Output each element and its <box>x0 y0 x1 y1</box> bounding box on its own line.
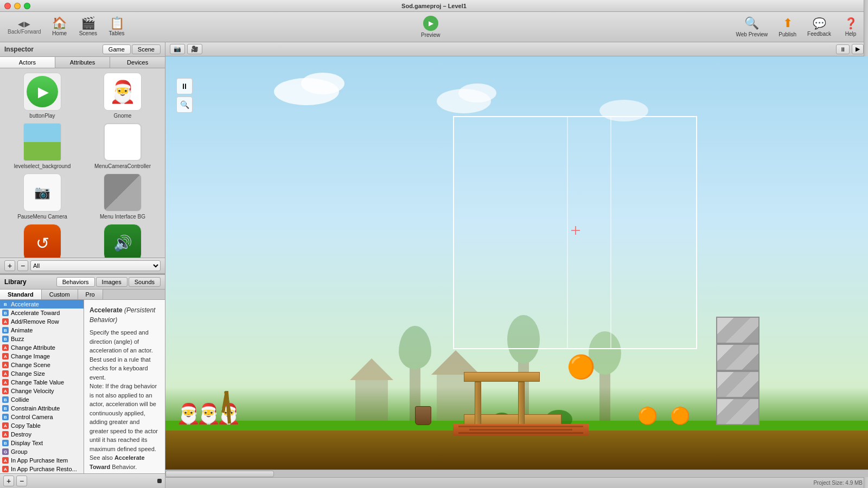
scene-view: 📷 🎥 ⏸ ▶ <box>165 42 868 488</box>
add-actor-button[interactable]: + <box>4 260 15 271</box>
scrollbar-thumb[interactable] <box>165 471 274 477</box>
actor-item-menucamera[interactable]: MenuCameraController <box>85 123 161 169</box>
tab-behaviors[interactable]: Behaviors <box>56 277 95 287</box>
behavior-label-control_camera: Control Camera <box>11 414 53 420</box>
tab-custom[interactable]: Custom <box>42 290 78 299</box>
back-forward-button[interactable]: ◀ ▶ Back/Forward <box>4 17 44 37</box>
enemy-1: 🟠 <box>637 406 658 425</box>
behavior-item-animate[interactable]: BAnimate <box>0 326 84 335</box>
sound-icon: 🔊 <box>113 234 132 252</box>
scene-camera-button[interactable]: 📷 <box>170 44 185 54</box>
behavior-item-copy_table[interactable]: ACopy Table <box>0 421 84 430</box>
remove-actor-button[interactable]: − <box>17 260 28 271</box>
behavior-item-accelerate[interactable]: BAccelerate <box>0 300 84 309</box>
behavior-label-change_image: Change Image <box>11 353 50 359</box>
behavior-item-change_attribute[interactable]: AChange Attribute <box>0 343 84 352</box>
close-button[interactable] <box>4 3 11 9</box>
actor-thumb-menuinterfacebg <box>104 174 142 211</box>
maximize-button[interactable] <box>24 3 30 9</box>
inspector-tabs: Game Scene <box>103 44 161 54</box>
actor-item-levelselect[interactable]: levelselect_background <box>4 123 80 169</box>
tab-images[interactable]: Images <box>96 277 127 287</box>
behavior-item-in_app_purchase_item[interactable]: AIn App Purchase Item <box>0 456 84 465</box>
preview-play-icon <box>423 16 438 31</box>
scene-video-button[interactable]: 🎥 <box>187 44 202 54</box>
minimize-button[interactable] <box>14 3 21 9</box>
home-label: Home <box>52 30 67 36</box>
behavior-label-in_app_purchase_resto: In App Purchase Resto... <box>11 466 77 472</box>
behavior-badge-in_app_purchase_resto: A <box>2 466 9 472</box>
behavior-badge-change_velocity: A <box>2 388 9 394</box>
feedback-icon: 💬 <box>813 17 826 30</box>
actor-item-pausemenu[interactable]: 📷 PauseMenu Camera <box>4 174 80 220</box>
behavior-badge-collide: B <box>2 396 9 403</box>
tables-button[interactable]: 📋 Tables <box>104 15 130 38</box>
actor-item-buttonplay[interactable]: buttonPlay <box>4 73 80 119</box>
actor-item-gnome[interactable]: 🎅 Gnome <box>85 73 161 119</box>
behavior-badge-display_text: B <box>2 440 9 446</box>
behavior-badge-add_remove_row: A <box>2 318 9 325</box>
behavior-item-buzz[interactable]: BBuzz <box>0 335 84 343</box>
help-button[interactable]: ❓ Help <box>838 15 864 39</box>
behavior-item-change_scene[interactable]: AChange Scene <box>0 361 84 369</box>
behavior-item-change_image[interactable]: AChange Image <box>0 352 84 361</box>
scene-toolbar: 📷 🎥 ⏸ ▶ <box>165 42 868 56</box>
behavior-item-in_app_purchase_resto[interactable]: AIn App Purchase Resto... <box>0 465 84 473</box>
actor-item-menureplay[interactable]: ↺ menuReplay <box>4 224 80 258</box>
behavior-label-destroy: Destroy <box>11 431 31 438</box>
home-button[interactable]: 🏠 Home <box>47 15 73 38</box>
preview-label: Preview <box>421 32 441 38</box>
actor-thumb-menusound: 🔊 <box>104 224 142 258</box>
scenes-label: Scenes <box>79 30 97 36</box>
camera-icon: 📷 <box>34 185 50 200</box>
remove-behavior-button[interactable]: − <box>16 476 27 486</box>
behavior-label-change_table_value: Change Table Value <box>11 379 64 386</box>
filter-select[interactable]: All <box>30 260 161 271</box>
back-arrow-icon: ◀ <box>18 20 24 28</box>
behavior-item-add_remove_row[interactable]: AAdd/Remove Row <box>0 317 84 326</box>
behavior-item-change_size[interactable]: AChange Size <box>0 369 84 378</box>
zoom-ctrl-button[interactable]: 🔍 <box>176 97 193 113</box>
tab-actors[interactable]: Actors <box>0 57 55 68</box>
tab-devices[interactable]: Devices <box>110 57 165 68</box>
scene-pause-button[interactable]: ⏸ <box>836 44 850 54</box>
behavior-item-change_velocity[interactable]: AChange Velocity <box>0 387 84 395</box>
add-behavior-button[interactable]: + <box>3 476 14 486</box>
behavior-name: Accelerate <box>90 306 124 314</box>
behavior-item-constrain_attribute[interactable]: BConstrain Attribute <box>0 404 84 413</box>
tab-pro[interactable]: Pro <box>78 290 103 299</box>
scene-scrollbar[interactable] <box>165 470 868 477</box>
behavior-label-change_size: Change Size <box>11 370 45 377</box>
behavior-item-destroy[interactable]: ADestroy <box>0 430 84 439</box>
actor-item-menuinterfacebg[interactable]: Menu Interface BG <box>85 174 161 220</box>
behavior-item-change_table_value[interactable]: AChange Table Value <box>0 378 84 387</box>
preview-button[interactable]: Preview <box>414 14 447 40</box>
tab-game[interactable]: Game <box>103 44 131 54</box>
window-controls[interactable] <box>4 3 30 9</box>
web-preview-button[interactable]: 🔍 Web Preview <box>732 14 773 40</box>
behavior-item-collide[interactable]: BCollide <box>0 395 84 404</box>
behavior-badge-destroy: A <box>2 431 9 438</box>
cloud-2 <box>301 73 344 94</box>
tab-standard[interactable]: Standard <box>0 290 42 299</box>
feedback-button[interactable]: 💬 Feedback <box>803 15 835 39</box>
scene-play-button[interactable]: ▶ <box>852 44 864 54</box>
behavior-item-accelerate_toward[interactable]: BAccelerate Toward <box>0 309 84 317</box>
behavior-item-display_text[interactable]: BDisplay Text <box>0 439 84 447</box>
actor-item-menusound[interactable]: 🔊 menuSound <box>85 224 161 258</box>
publish-button[interactable]: ⬆ Publish <box>774 14 801 40</box>
pause-ctrl-button[interactable]: ⏸ <box>176 78 193 94</box>
actor-thumb-pausemenu: 📷 <box>23 174 61 211</box>
toolbar-center: Preview <box>132 14 729 40</box>
behavior-item-group[interactable]: GGroup <box>0 447 84 456</box>
title-bar: Sod.gameproj – Level1 <box>0 0 868 12</box>
help-label: Help <box>845 31 857 37</box>
tab-attributes[interactable]: Attributes <box>55 57 111 68</box>
behavior-label-change_scene: Change Scene <box>11 362 50 368</box>
tab-sounds[interactable]: Sounds <box>129 277 161 287</box>
scene-canvas[interactable]: 🎅 🎅 🎅 <box>165 56 868 470</box>
scenes-button[interactable]: 🎬 Scenes <box>75 15 101 38</box>
actor-name-menucamera: MenuCameraController <box>94 163 151 169</box>
behavior-item-control_camera[interactable]: BControl Camera <box>0 413 84 421</box>
tab-scene[interactable]: Scene <box>132 44 161 54</box>
